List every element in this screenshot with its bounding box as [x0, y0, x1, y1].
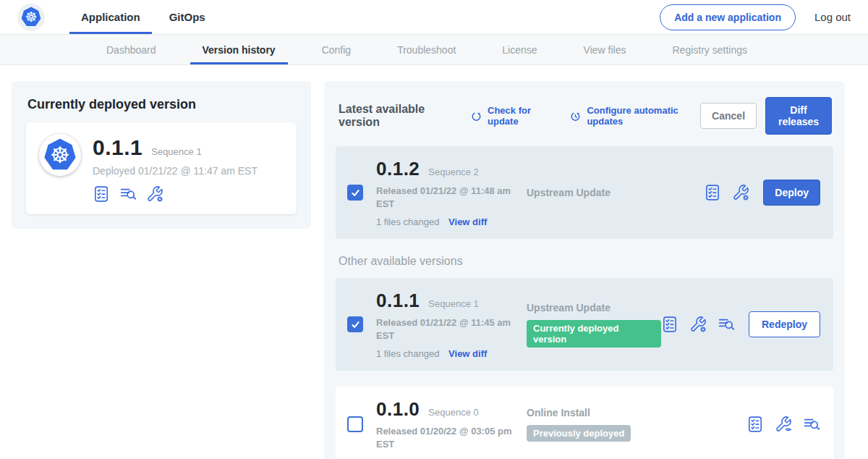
deployed-sequence-label: Sequence 1 — [151, 146, 201, 157]
view-diff-link[interactable]: View diff — [448, 348, 487, 359]
kubernetes-heptagon: ☸ — [21, 7, 42, 28]
version-row-0-1-0: 0.1.0 Sequence 0 Released 01/20/22 @ 03:… — [336, 387, 833, 459]
cancel-button[interactable]: Cancel — [700, 103, 757, 129]
subnav-license[interactable]: License — [490, 35, 549, 64]
check-for-update-link[interactable]: Check for update — [470, 105, 553, 127]
version-info: 0.1.2 Sequence 2 Released 01/21/22 @ 11:… — [376, 158, 522, 227]
edit-config-icon[interactable] — [146, 185, 163, 203]
kubernetes-wheel-icon: ☸ — [50, 144, 70, 167]
subnav-dashboard[interactable]: Dashboard — [94, 35, 169, 64]
version-row-0-1-1: 0.1.1 Sequence 1 Released 01/21/22 @ 11:… — [336, 278, 833, 371]
view-files-icon[interactable] — [718, 316, 735, 333]
header-tabs: Application GitOps — [69, 0, 217, 34]
app-subnav: Dashboard Version history Config Trouble… — [0, 35, 868, 65]
kubernetes-heptagon: ☸ — [43, 138, 77, 172]
version-source: Upstream Update Currently deployed versi… — [522, 302, 661, 348]
version-source: Online Install Previously deployed — [522, 407, 746, 442]
version-number: 0.1.0 — [376, 398, 420, 421]
version-actions: Redeploy — [661, 311, 822, 337]
available-panel-header: Latest available version Check for updat… — [339, 97, 832, 135]
edit-config-icon[interactable] — [732, 184, 749, 201]
view-diff-link[interactable]: View diff — [448, 216, 487, 227]
deployed-version-card: ☸ 0.1.1 Sequence 1 Deployed 01/21/22 @ 1… — [26, 122, 297, 214]
other-versions-label: Other available versions — [339, 255, 832, 268]
version-number: 0.1.2 — [376, 158, 420, 180]
add-application-button[interactable]: Add a new application — [660, 4, 796, 30]
sequence-label: Sequence 2 — [428, 167, 478, 177]
configure-auto-updates-link[interactable]: Configure automatic updates — [569, 105, 700, 127]
check-update-icon — [470, 110, 482, 122]
version-info: 0.1.0 Sequence 0 Released 01/20/22 @ 03:… — [376, 398, 522, 450]
auto-update-icon — [569, 110, 582, 122]
previously-deployed-badge: Previously deployed — [527, 425, 631, 442]
source-label: Upstream Update — [527, 187, 704, 198]
version-checkbox[interactable] — [347, 416, 363, 432]
view-config-icon[interactable] — [775, 416, 792, 433]
subnav-registry-settings[interactable]: Registry settings — [660, 35, 759, 64]
tab-gitops[interactable]: GitOps — [158, 0, 217, 34]
edit-config-icon[interactable] — [689, 316, 707, 333]
deployed-version-info: 0.1.1 Sequence 1 Deployed 01/21/22 @ 11:… — [93, 134, 258, 203]
subnav-version-history[interactable]: Version history — [190, 35, 288, 64]
deployed-panel-title: Currently deployed version — [27, 97, 297, 112]
files-changed-label: 1 files changed — [376, 216, 439, 227]
deployed-timestamp: Deployed 01/21/22 @ 11:47 am EST — [93, 165, 258, 177]
version-number: 0.1.1 — [376, 290, 420, 312]
subnav-view-files[interactable]: View files — [571, 35, 639, 64]
top-header: ☸ Application GitOps Add a new applicati… — [0, 0, 868, 35]
currently-deployed-badge: Currently deployed version — [527, 320, 661, 348]
kubernetes-logo: ☸ — [17, 4, 45, 31]
preflight-checks-icon[interactable] — [746, 416, 764, 433]
preflight-checks-icon[interactable] — [704, 184, 721, 201]
app-logo: ☸ — [39, 134, 81, 176]
source-label: Upstream Update — [527, 302, 661, 313]
sequence-label: Sequence 1 — [428, 298, 478, 309]
version-checkbox[interactable] — [347, 316, 363, 332]
main-content: Currently deployed version ☸ 0.1.1 Seque… — [0, 65, 868, 459]
preflight-checks-icon[interactable] — [93, 185, 110, 203]
subnav-troubleshoot[interactable]: Troubleshoot — [385, 35, 468, 64]
view-files-icon[interactable] — [803, 416, 820, 433]
source-label: Online Install — [527, 407, 746, 418]
released-timestamp: Released 01/21/22 @ 11:45 am EST — [376, 316, 515, 342]
released-timestamp: Released 01/20/22 @ 03:05 pm EST — [376, 425, 515, 450]
released-timestamp: Released 01/21/22 @ 11:48 am EST — [376, 185, 515, 210]
subnav-config[interactable]: Config — [310, 35, 363, 64]
redeploy-button[interactable]: Redeploy — [749, 311, 820, 337]
version-row-0-1-2: 0.1.2 Sequence 2 Released 01/21/22 @ 11:… — [336, 146, 833, 239]
version-actions: Deploy — [704, 180, 822, 206]
kubernetes-wheel-icon: ☸ — [25, 10, 37, 24]
preflight-checks-icon[interactable] — [661, 316, 678, 333]
version-source: Upstream Update — [522, 187, 704, 198]
diff-releases-button[interactable]: Diff releases — [765, 97, 832, 135]
checkmark-icon — [351, 188, 360, 198]
version-checkbox[interactable] — [347, 185, 363, 201]
files-changed-label: 1 files changed — [376, 348, 439, 359]
deploy-button[interactable]: Deploy — [763, 180, 820, 206]
deployed-version-number: 0.1.1 — [93, 135, 142, 160]
version-info: 0.1.1 Sequence 1 Released 01/21/22 @ 11:… — [376, 290, 522, 359]
version-actions — [746, 416, 822, 433]
tab-application[interactable]: Application — [69, 0, 152, 34]
header-right: Add a new application Log out — [660, 0, 851, 34]
checkmark-icon — [351, 320, 360, 329]
sequence-label: Sequence 0 — [428, 407, 478, 418]
view-files-icon[interactable] — [119, 185, 137, 203]
available-versions-panel: Latest available version Check for updat… — [324, 81, 845, 459]
logout-link[interactable]: Log out — [814, 11, 851, 23]
available-panel-title: Latest available version — [339, 103, 454, 129]
currently-deployed-panel: Currently deployed version ☸ 0.1.1 Seque… — [12, 81, 311, 229]
